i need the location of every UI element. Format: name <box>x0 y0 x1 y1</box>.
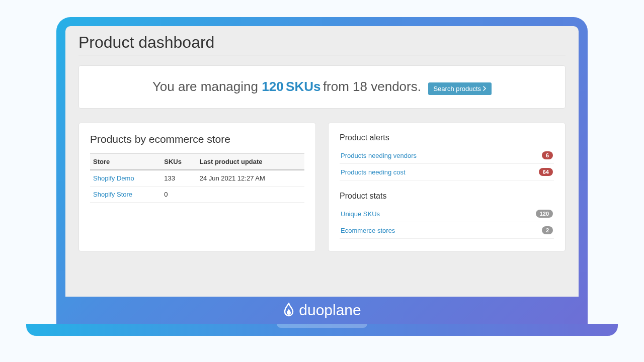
search-products-label: Search products <box>433 85 481 93</box>
alert-badge: 6 <box>542 151 553 159</box>
summary-pre: You are managing <box>152 79 262 94</box>
col-store: Store <box>90 154 161 170</box>
store-updated: 24 Jun 2021 12:27 AM <box>197 170 304 187</box>
alert-link[interactable]: Products needing cost <box>341 168 406 176</box>
store-link[interactable]: Shopify Demo <box>93 174 134 182</box>
col-updated: Last product update <box>197 154 304 170</box>
summary-banner: You are managing 120 SKUs from 18 vendor… <box>78 65 566 109</box>
brand-name: duoplane <box>299 302 361 319</box>
chevron-right-icon <box>483 85 487 93</box>
brand-bar: duoplane <box>65 297 579 324</box>
list-item: Products needing cost 64 <box>340 164 554 180</box>
list-item: Products needing vendors 6 <box>340 147 554 164</box>
summary-post: from 18 vendors. <box>323 79 421 94</box>
stat-badge: 2 <box>542 226 553 234</box>
col-skus: SKUs <box>161 154 196 170</box>
alert-link[interactable]: Products needing vendors <box>341 152 417 159</box>
store-skus: 133 <box>161 170 196 187</box>
store-skus: 0 <box>161 187 196 203</box>
search-products-button[interactable]: Search products <box>428 82 492 95</box>
list-item: Unique SKUs 120 <box>340 206 554 222</box>
list-item: Ecommerce stores 2 <box>340 222 554 239</box>
table-row: Shopify Demo 133 24 Jun 2021 12:27 AM <box>90 170 304 187</box>
store-updated <box>197 187 304 203</box>
stats-list: Unique SKUs 120 Ecommerce stores 2 <box>340 206 554 239</box>
flame-icon <box>283 303 295 318</box>
store-link[interactable]: Shopify Store <box>93 191 132 198</box>
stat-link[interactable]: Ecommerce stores <box>341 227 395 234</box>
stores-table: Store SKUs Last product update Shopify D… <box>90 153 304 203</box>
alerts-list: Products needing vendors 6 Products need… <box>340 147 554 180</box>
summary-sku-word: SKUs <box>286 79 320 94</box>
alerts-heading: Product alerts <box>340 133 554 142</box>
laptop-frame: Product dashboard You are managing 120 S… <box>56 17 588 324</box>
stat-link[interactable]: Unique SKUs <box>341 210 380 218</box>
page-title: Product dashboard <box>78 33 566 55</box>
alerts-stats-panel: Product alerts Products needing vendors … <box>328 123 566 251</box>
summary-sku-count: 120 <box>262 79 283 94</box>
alert-badge: 64 <box>539 168 553 176</box>
stats-heading: Product stats <box>340 192 554 201</box>
stores-panel: Products by ecommerce store Store SKUs L… <box>78 123 316 251</box>
table-row: Shopify Store 0 <box>90 187 304 203</box>
laptop-base <box>26 324 618 336</box>
stores-heading: Products by ecommerce store <box>90 133 304 145</box>
app-screen: Product dashboard You are managing 120 S… <box>65 26 579 297</box>
stat-badge: 120 <box>536 210 553 218</box>
